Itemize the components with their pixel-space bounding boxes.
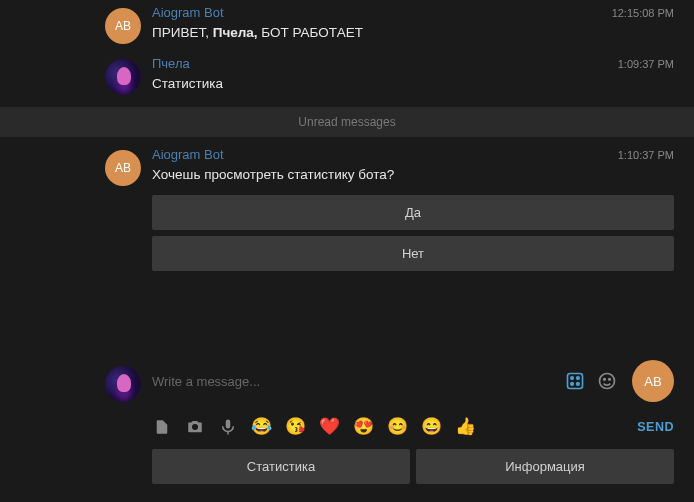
emoji-quick[interactable]: ❤️ — [319, 416, 340, 437]
avatar[interactable]: AB — [105, 150, 141, 186]
svg-point-7 — [609, 379, 611, 381]
inline-button-no[interactable]: Нет — [152, 236, 674, 271]
svg-point-6 — [604, 379, 606, 381]
sender-name[interactable]: Aiogram Bot — [152, 147, 224, 162]
chat-window: AB Aiogram Bot 12:15:08 PM ПРИВЕТ, Пчела… — [0, 0, 694, 502]
message: Пчела 1:09:37 PM Статистика — [0, 51, 694, 102]
message-input[interactable] — [152, 366, 556, 397]
camera-icon[interactable] — [185, 417, 205, 437]
emoji-quick[interactable]: 👍 — [455, 416, 476, 437]
composer-avatar[interactable] — [105, 366, 141, 402]
attach-file-icon[interactable] — [152, 417, 172, 437]
message: AB Aiogram Bot 12:15:08 PM ПРИВЕТ, Пчела… — [0, 0, 694, 51]
inline-button-yes[interactable]: Да — [152, 195, 674, 230]
keyboard-button-stats[interactable]: Статистика — [152, 449, 410, 484]
emoji-quick[interactable]: 😂 — [251, 416, 272, 437]
svg-point-1 — [571, 377, 574, 380]
keyboard-button-info[interactable]: Информация — [416, 449, 674, 484]
preview-avatar[interactable]: AB — [632, 360, 674, 402]
avatar[interactable]: AB — [105, 8, 141, 44]
inline-keyboard: Да Нет — [152, 195, 674, 271]
emoji-quick[interactable]: 😊 — [387, 416, 408, 437]
message-text: Хочешь просмотреть статистику бота? — [152, 166, 674, 185]
avatar[interactable] — [105, 59, 141, 95]
composer: AB 😂 😘 ❤️ 😍 😊 😄 👍 SEND Статистика Информ… — [0, 354, 694, 502]
unread-divider: Unread messages — [0, 107, 694, 137]
sender-name[interactable]: Aiogram Bot — [152, 5, 224, 20]
timestamp: 1:10:37 PM — [618, 149, 674, 161]
emoji-quick[interactable]: 😍 — [353, 416, 374, 437]
message-text: ПРИВЕТ, Пчела, БОТ РАБОТАЕТ — [152, 24, 674, 43]
bot-keyboard-icon[interactable] — [564, 370, 586, 392]
timestamp: 1:09:37 PM — [618, 58, 674, 70]
messages-list: AB Aiogram Bot 12:15:08 PM ПРИВЕТ, Пчела… — [0, 0, 694, 354]
emoji-quick[interactable]: 😄 — [421, 416, 442, 437]
message: AB Aiogram Bot 1:10:37 PM Хочешь просмот… — [0, 142, 694, 285]
svg-point-3 — [571, 383, 574, 386]
send-button[interactable]: SEND — [637, 420, 674, 434]
svg-point-2 — [577, 377, 580, 380]
emoji-quick[interactable]: 😘 — [285, 416, 306, 437]
svg-point-4 — [577, 383, 580, 386]
composer-toolbar: 😂 😘 ❤️ 😍 😊 😄 👍 SEND — [152, 416, 674, 437]
reply-keyboard: Статистика Информация — [152, 449, 674, 484]
emoji-picker-icon[interactable] — [596, 370, 618, 392]
sender-name[interactable]: Пчела — [152, 56, 190, 71]
svg-rect-0 — [568, 374, 583, 389]
message-text: Статистика — [152, 75, 674, 94]
timestamp: 12:15:08 PM — [612, 7, 674, 19]
microphone-icon[interactable] — [218, 417, 238, 437]
svg-point-5 — [600, 374, 615, 389]
